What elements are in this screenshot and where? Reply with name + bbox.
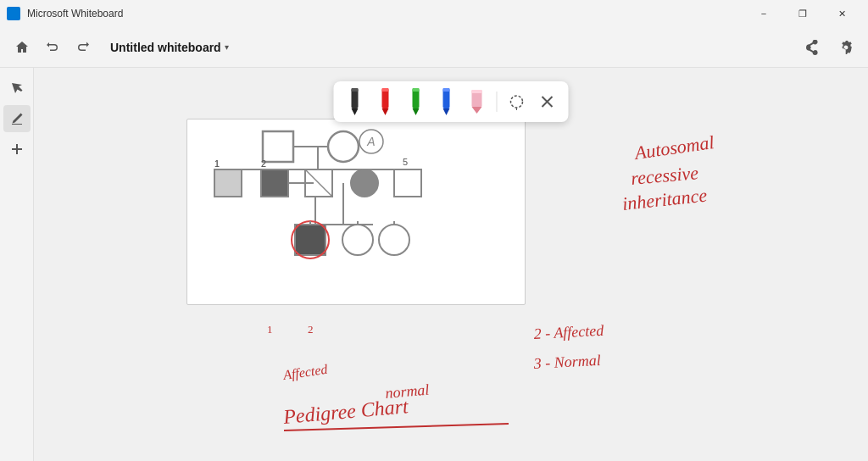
whiteboard-name-area[interactable]: Untitled whiteboard ▾	[105, 37, 234, 58]
svg-text:Pedigree Chart: Pedigree Chart	[281, 395, 410, 428]
home-button[interactable]	[7, 32, 37, 63]
settings-button[interactable]	[831, 32, 861, 63]
svg-marker-4	[382, 108, 389, 115]
app-toolbar: Untitled whiteboard ▾	[0, 27, 868, 68]
canvas-area[interactable]: A 1 2	[34, 68, 868, 461]
svg-rect-5	[382, 88, 389, 92]
black-pen-button[interactable]	[342, 86, 368, 117]
left-sidebar	[0, 68, 34, 461]
blue-pen-button[interactable]	[434, 86, 459, 117]
close-button[interactable]: ✕	[822, 0, 861, 27]
svg-rect-2	[352, 88, 359, 92]
whiteboard-title: Untitled whiteboard	[110, 41, 221, 54]
svg-point-39	[379, 225, 409, 255]
svg-text:5: 5	[403, 157, 408, 167]
redo-button[interactable]	[68, 32, 98, 63]
red-pen-button[interactable]	[373, 86, 398, 117]
svg-point-18	[328, 131, 359, 162]
svg-marker-1	[352, 108, 359, 115]
minimize-button[interactable]: −	[744, 0, 783, 27]
svg-text:Affected: Affected	[281, 362, 329, 383]
svg-text:2: 2	[261, 158, 266, 169]
pen-tool-button[interactable]	[3, 105, 31, 132]
svg-text:2 - Affected: 2 - Affected	[533, 322, 605, 342]
add-object-button[interactable]	[3, 136, 31, 163]
pink-pen-button[interactable]	[465, 86, 490, 117]
svg-rect-29	[394, 169, 421, 197]
svg-rect-24	[214, 169, 242, 197]
select-tool-button[interactable]	[3, 75, 31, 102]
svg-point-15	[511, 96, 523, 108]
chevron-down-icon: ▾	[225, 42, 229, 52]
svg-marker-10	[443, 108, 450, 115]
pen-toolbar	[334, 81, 569, 122]
svg-point-28	[351, 169, 378, 197]
svg-text:inheritance: inheritance	[621, 185, 708, 214]
share-button[interactable]	[797, 32, 827, 63]
toolbar-separator	[497, 92, 498, 112]
svg-point-38	[342, 225, 373, 255]
undo-button[interactable]	[37, 32, 68, 63]
svg-marker-13	[472, 107, 482, 114]
title-bar: Microsoft Whiteboard − ❐ ✕	[0, 0, 868, 27]
svg-text:1: 1	[214, 158, 220, 169]
svg-text:1: 1	[267, 323, 273, 336]
green-pen-button[interactable]	[403, 86, 429, 117]
svg-marker-7	[413, 108, 420, 115]
main-area: A 1 2	[0, 68, 868, 461]
pedigree-chart-svg: A 1 2	[178, 114, 534, 318]
lasso-tool-button[interactable]	[504, 86, 530, 117]
svg-rect-36	[295, 225, 326, 255]
toolbar-right	[797, 32, 861, 63]
svg-rect-25	[261, 169, 288, 197]
svg-text:2: 2	[308, 323, 314, 336]
svg-text:normal: normal	[385, 381, 431, 402]
svg-text:recessive: recessive	[630, 162, 699, 189]
app-icon	[7, 7, 20, 20]
svg-line-50	[284, 424, 509, 430]
svg-rect-17	[263, 131, 293, 162]
svg-text:3 - Normal: 3 - Normal	[532, 352, 601, 372]
app-title: Microsoft Whiteboard	[27, 8, 744, 19]
svg-text:Autosomal: Autosomal	[632, 131, 715, 164]
svg-rect-8	[413, 88, 420, 92]
maximize-button[interactable]: ❐	[783, 0, 822, 27]
svg-text:A: A	[366, 135, 375, 148]
close-toolbar-button[interactable]	[535, 86, 560, 117]
svg-rect-14	[472, 90, 482, 93]
svg-rect-11	[443, 88, 450, 92]
